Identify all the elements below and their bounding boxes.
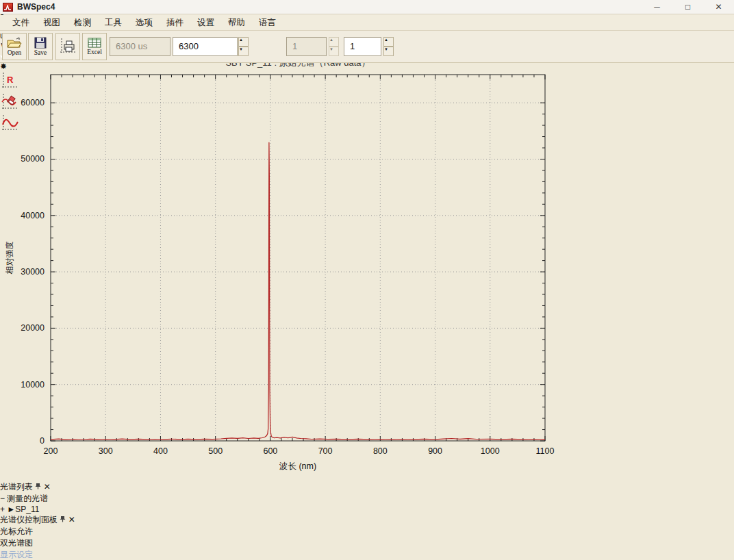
spin-down-icon: ▼ bbox=[329, 47, 339, 56]
tree-item-sp11[interactable]: ►SP_11 bbox=[7, 505, 39, 514]
pin-icon[interactable] bbox=[35, 482, 43, 492]
svg-text:相对强度: 相对强度 bbox=[5, 242, 14, 275]
minimize-icon[interactable]: ─ bbox=[642, 0, 672, 14]
spectra-list-header: 光谱列表 ✕ bbox=[0, 481, 734, 493]
export-excel-button[interactable]: Excel bbox=[82, 33, 107, 60]
tree-root-row[interactable]: − 测量的光谱 bbox=[0, 493, 734, 505]
svg-text:50000: 50000 bbox=[21, 154, 45, 164]
sun-icon: ✸ bbox=[0, 62, 734, 71]
spectrum-view-button[interactable] bbox=[0, 114, 734, 135]
menu-item-4[interactable]: 工具 bbox=[98, 15, 129, 31]
average-fixed-display: 1 bbox=[286, 37, 327, 56]
menu-bar: 文件视图检测工具选项插件设置帮助语言 bbox=[0, 15, 734, 31]
spin-down-icon[interactable]: ▼ bbox=[383, 47, 394, 56]
display-settings-header: 显示设定 bbox=[0, 549, 734, 560]
print-chart-button[interactable] bbox=[55, 33, 80, 60]
svg-text:1100: 1100 bbox=[536, 446, 555, 456]
title-bar: BWSpec4 ─ □ ✕ bbox=[0, 0, 734, 14]
menu-item-6[interactable]: 插件 bbox=[160, 15, 190, 31]
spin-down-icon[interactable]: ▼ bbox=[238, 47, 249, 56]
svg-text:700: 700 bbox=[318, 446, 333, 456]
menu-item-2[interactable]: 视图 bbox=[36, 15, 67, 31]
printer-icon bbox=[59, 38, 77, 55]
spectra-list-panel: 光谱列表 ✕ − 测量的光谱 + ►SP_11 bbox=[0, 481, 734, 514]
pin-icon[interactable] bbox=[60, 515, 68, 524]
brightness-button[interactable]: ✸ bbox=[0, 62, 734, 71]
cursor-enable-option[interactable]: 光标允许 bbox=[0, 526, 734, 537]
reset-axis-button[interactable]: R bbox=[0, 71, 734, 92]
save-floppy-icon bbox=[34, 37, 47, 49]
svg-text:40000: 40000 bbox=[21, 211, 45, 220]
window-title: BWSpec4 bbox=[17, 2, 55, 12]
menu-item-5[interactable]: 选项 bbox=[129, 15, 160, 31]
excel-button-label: Excel bbox=[87, 49, 102, 55]
open-folder-icon bbox=[7, 37, 22, 49]
svg-text:600: 600 bbox=[263, 446, 277, 456]
menu-item-1[interactable]: 文件 bbox=[5, 15, 36, 31]
clear-spectrum-button[interactable] bbox=[0, 92, 734, 114]
spectra-tree: − 测量的光谱 + ►SP_11 bbox=[0, 493, 734, 514]
average-count-input[interactable]: 1 bbox=[344, 37, 381, 56]
tree-expand-icon[interactable]: + bbox=[0, 505, 5, 514]
control-panel-title: 光谱仪控制面板 bbox=[0, 515, 58, 524]
integration-time-input[interactable]: 6300 bbox=[173, 37, 238, 56]
tree-item-row[interactable]: + ►SP_11 bbox=[0, 505, 734, 514]
open-button[interactable]: Open bbox=[2, 33, 27, 60]
tree-root-label[interactable]: 测量的光谱 bbox=[7, 494, 48, 503]
toolbar: Open Save Excel 6300 us 6300 ▲ ▼ us ∨ 1 … bbox=[0, 31, 734, 63]
menu-item-3[interactable]: 检测 bbox=[67, 15, 98, 31]
menu-item-9[interactable]: 语言 bbox=[252, 15, 283, 31]
save-button[interactable]: Save bbox=[28, 33, 53, 60]
save-button-label: Save bbox=[34, 49, 47, 56]
average-count-stepper[interactable]: ▲ ▼ bbox=[383, 37, 394, 56]
spectrometer-control-panel: 光谱仪控制面板 ✕ 光标允许 双光谱图 显示设定 X 轴 像素波长 (nm)波数… bbox=[0, 514, 734, 560]
svg-text:800: 800 bbox=[373, 446, 388, 456]
spin-up-icon[interactable]: ▲ bbox=[383, 37, 394, 47]
close-icon[interactable]: ✕ bbox=[703, 0, 734, 14]
item-marker-icon: ► bbox=[7, 505, 15, 514]
spectra-list-title: 光谱列表 bbox=[0, 482, 33, 492]
wave-icon bbox=[0, 114, 19, 133]
close-panel-icon[interactable]: ✕ bbox=[44, 482, 51, 492]
app-icon bbox=[3, 3, 13, 12]
svg-text:30000: 30000 bbox=[21, 267, 45, 277]
eraser-curve-icon bbox=[0, 92, 19, 112]
excel-table-icon bbox=[88, 38, 101, 48]
integration-time-stepper[interactable]: ▲ ▼ bbox=[238, 37, 249, 56]
integration-time-display: 6300 us bbox=[110, 37, 170, 56]
svg-text:10000: 10000 bbox=[21, 380, 45, 390]
svg-text:300: 300 bbox=[99, 446, 113, 456]
axis-r-icon: R bbox=[0, 71, 19, 90]
tree-item-label: SP_11 bbox=[15, 505, 39, 514]
svg-text:200: 200 bbox=[44, 446, 58, 456]
tree-collapse-icon[interactable]: − bbox=[0, 494, 5, 503]
svg-text:20000: 20000 bbox=[21, 323, 45, 333]
spin-up-icon: ▲ bbox=[329, 37, 339, 47]
menu-item-7[interactable]: 设置 bbox=[190, 15, 221, 31]
svg-text:波长 (nm): 波长 (nm) bbox=[279, 461, 316, 471]
svg-text:400: 400 bbox=[153, 446, 168, 456]
dual-spectrum-label: 双光谱图 bbox=[0, 538, 33, 548]
dual-spectrum-option[interactable]: 双光谱图 bbox=[0, 537, 734, 549]
control-panel-header: 光谱仪控制面板 ✕ bbox=[0, 514, 734, 526]
svg-text:R: R bbox=[7, 75, 14, 85]
svg-text:900: 900 bbox=[428, 446, 442, 456]
svg-text:1000: 1000 bbox=[481, 446, 500, 456]
svg-text:500: 500 bbox=[208, 446, 223, 456]
spin-up-icon[interactable]: ▲ bbox=[238, 37, 249, 47]
open-button-label: Open bbox=[8, 49, 22, 56]
maximize-icon[interactable]: □ bbox=[672, 0, 703, 14]
cursor-enable-label: 光标允许 bbox=[0, 526, 33, 536]
close-panel-icon[interactable]: ✕ bbox=[68, 515, 75, 524]
svg-text:0: 0 bbox=[40, 436, 45, 446]
average-fixed-stepper: ▲ ▼ bbox=[329, 37, 339, 56]
menu-item-8[interactable]: 帮助 bbox=[221, 15, 252, 31]
